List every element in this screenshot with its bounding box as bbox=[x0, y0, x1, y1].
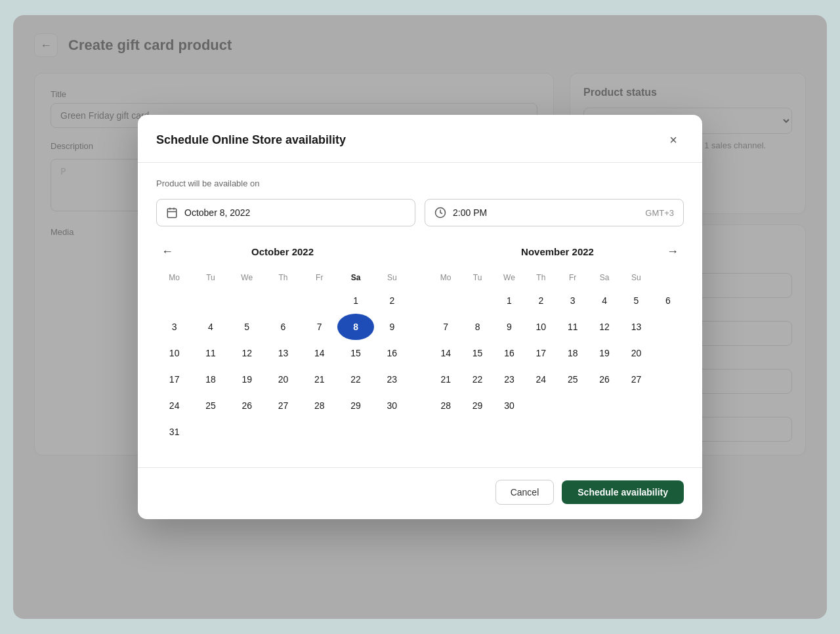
calendar-day[interactable]: 24 bbox=[156, 392, 192, 419]
calendar-day[interactable]: 25 bbox=[557, 366, 589, 392]
schedule-modal: Schedule Online Store availability × Pro… bbox=[138, 115, 702, 519]
calendar-day[interactable]: 21 bbox=[430, 366, 461, 392]
calendar-day[interactable]: 15 bbox=[461, 340, 493, 366]
calendar-day[interactable]: 10 bbox=[525, 314, 556, 340]
calendar-day[interactable]: 15 bbox=[337, 340, 373, 366]
time-value: 2:00 PM bbox=[453, 207, 487, 218]
cancel-button[interactable]: Cancel bbox=[495, 480, 555, 505]
calendar-day[interactable]: 30 bbox=[374, 392, 410, 419]
prev-month-button[interactable]: ← bbox=[156, 242, 178, 261]
calendar-day[interactable]: 20 bbox=[265, 366, 301, 392]
calendar-day[interactable]: 6 bbox=[265, 314, 301, 340]
calendar-day bbox=[229, 287, 265, 314]
calendar-day[interactable]: 17 bbox=[525, 340, 556, 366]
calendar-day[interactable]: 22 bbox=[337, 366, 373, 392]
calendar-day[interactable]: 13 bbox=[265, 340, 301, 366]
calendar-day[interactable]: 2 bbox=[525, 287, 556, 314]
calendar-day bbox=[192, 419, 228, 445]
clock-icon bbox=[434, 207, 446, 219]
calendar-day[interactable]: 12 bbox=[229, 340, 265, 366]
calendar-day[interactable]: 22 bbox=[461, 366, 493, 392]
nov-day-we: We bbox=[494, 270, 525, 287]
calendar-day[interactable]: 16 bbox=[374, 340, 410, 366]
calendar-day[interactable]: 18 bbox=[192, 366, 228, 392]
oct-day-mo: Mo bbox=[156, 270, 192, 287]
modal-title: Schedule Online Store availability bbox=[156, 133, 346, 147]
calendar-day bbox=[156, 287, 192, 314]
october-calendar: ← October 2022 Mo Tu We Th bbox=[156, 242, 410, 445]
calendar-day[interactable]: 17 bbox=[156, 366, 192, 392]
calendar-day[interactable]: 9 bbox=[494, 314, 525, 340]
date-input[interactable]: October 8, 2022 bbox=[156, 199, 415, 226]
calendar-day[interactable]: 7 bbox=[301, 314, 337, 340]
calendar-day[interactable]: 23 bbox=[374, 366, 410, 392]
calendar-day[interactable]: 29 bbox=[337, 392, 373, 419]
calendar-day bbox=[265, 419, 301, 445]
calendar-day[interactable]: 28 bbox=[430, 392, 461, 419]
calendar-day bbox=[620, 392, 652, 419]
calendar-day[interactable]: 11 bbox=[557, 314, 589, 340]
calendar-day[interactable]: 9 bbox=[374, 314, 410, 340]
calendar-day[interactable]: 26 bbox=[589, 366, 620, 392]
calendar-day[interactable]: 27 bbox=[620, 366, 652, 392]
nov-day-tu: Tu bbox=[461, 270, 493, 287]
calendar-day[interactable]: 16 bbox=[494, 340, 525, 366]
oct-day-su: Su bbox=[374, 270, 410, 287]
calendar-day[interactable]: 5 bbox=[229, 314, 265, 340]
nov-day-sa: Sa bbox=[589, 270, 620, 287]
calendar-day[interactable]: 24 bbox=[525, 366, 556, 392]
calendar-day bbox=[301, 419, 337, 445]
calendar-day bbox=[265, 287, 301, 314]
calendar-day[interactable]: 1 bbox=[337, 287, 373, 314]
modal-close-button[interactable]: × bbox=[663, 129, 684, 150]
calendar-day bbox=[229, 419, 265, 445]
calendar-day[interactable]: 1 bbox=[494, 287, 525, 314]
calendar-day[interactable]: 19 bbox=[589, 340, 620, 366]
calendar-day[interactable]: 11 bbox=[192, 340, 228, 366]
calendar-day[interactable]: 4 bbox=[589, 287, 620, 314]
oct-day-tu: Tu bbox=[192, 270, 228, 287]
calendar-day[interactable]: 3 bbox=[557, 287, 589, 314]
calendar-day[interactable]: 25 bbox=[192, 392, 228, 419]
calendar-day[interactable]: 23 bbox=[494, 366, 525, 392]
time-input[interactable]: 2:00 PM GMT+3 bbox=[425, 199, 684, 226]
calendar-day[interactable]: 13 bbox=[620, 314, 652, 340]
close-icon: × bbox=[669, 133, 677, 148]
calendar-day[interactable]: 30 bbox=[494, 392, 525, 419]
calendar-day[interactable]: 8 bbox=[461, 314, 493, 340]
next-month-button[interactable]: → bbox=[662, 242, 684, 261]
calendar-day[interactable]: 14 bbox=[430, 340, 461, 366]
calendar-day bbox=[525, 392, 556, 419]
calendar-day[interactable]: 20 bbox=[620, 340, 652, 366]
calendar-day[interactable]: 29 bbox=[461, 392, 493, 419]
calendar-day[interactable]: 4 bbox=[192, 314, 228, 340]
calendar-day[interactable]: 12 bbox=[589, 314, 620, 340]
calendar-day bbox=[430, 287, 461, 314]
timezone-label: GMT+3 bbox=[645, 208, 674, 218]
calendar-day[interactable]: 14 bbox=[301, 340, 337, 366]
calendar-day[interactable]: 21 bbox=[301, 366, 337, 392]
calendar-day[interactable]: 27 bbox=[265, 392, 301, 419]
calendar-day[interactable]: 10 bbox=[156, 340, 192, 366]
oct-day-we: We bbox=[229, 270, 265, 287]
svg-rect-0 bbox=[167, 209, 177, 218]
calendar-day[interactable]: 19 bbox=[229, 366, 265, 392]
calendar-day[interactable]: 5 bbox=[620, 287, 652, 314]
schedule-button[interactable]: Schedule availability bbox=[562, 480, 684, 504]
calendar-day[interactable]: 26 bbox=[229, 392, 265, 419]
modal-overlay: Schedule Online Store availability × Pro… bbox=[13, 15, 827, 619]
calendar-day[interactable]: 3 bbox=[156, 314, 192, 340]
calendar-day[interactable]: 7 bbox=[430, 314, 461, 340]
calendar-day[interactable]: 28 bbox=[301, 392, 337, 419]
calendar-day bbox=[301, 287, 337, 314]
calendar-day[interactable]: 31 bbox=[156, 419, 192, 445]
calendar-day[interactable]: 8 bbox=[337, 314, 373, 340]
calendar-day bbox=[337, 419, 373, 445]
calendar-icon bbox=[166, 207, 178, 219]
calendar-day[interactable]: 6 bbox=[652, 287, 684, 314]
nov-day-fr: Fr bbox=[557, 270, 589, 287]
calendar-day[interactable]: 18 bbox=[557, 340, 589, 366]
oct-day-th: Th bbox=[265, 270, 301, 287]
november-month-title: November 2022 bbox=[521, 246, 594, 257]
calendar-day[interactable]: 2 bbox=[374, 287, 410, 314]
